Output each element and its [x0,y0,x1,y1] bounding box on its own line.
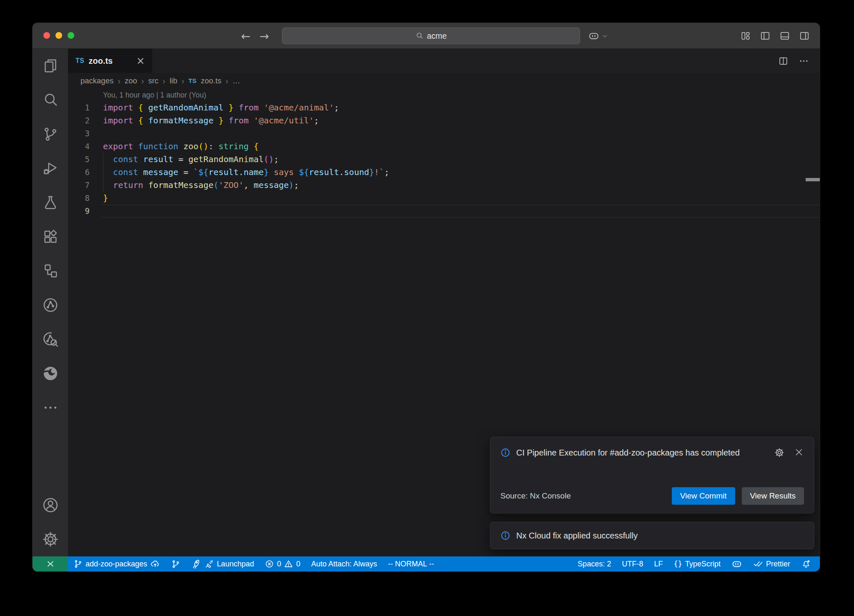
breadcrumb-item-lib[interactable]: lib [170,76,178,85]
commit-graph-status[interactable] [166,556,186,571]
toggle-panel-icon[interactable] [779,30,790,41]
traffic-lights [43,32,74,39]
search-icon [415,32,424,40]
warning-count: 0 [296,560,300,568]
explorer-icon[interactable] [33,49,68,83]
indentation-status[interactable]: Spaces: 2 [572,556,616,571]
notification-message: Nx Cloud fix applied successfully [516,531,638,541]
info-icon [500,446,510,460]
launchpad-status[interactable]: Launchpad [186,556,259,571]
close-window-button[interactable] [43,32,50,39]
branch-name: add-zoo-packages [85,560,147,568]
language-status[interactable]: {} TypeScript [668,556,726,571]
code-line: 9 [68,205,820,218]
search-sidebar-icon[interactable] [33,83,68,117]
tab-zoo-ts[interactable]: TS zoo.ts × [68,49,152,73]
split-editor-icon[interactable] [778,56,789,66]
notification-settings-gear-icon[interactable] [774,447,785,460]
line-number: 8 [68,192,90,205]
source-control-icon[interactable] [33,117,68,151]
zoom-window-button[interactable] [68,32,74,39]
breadcrumb-separator: › [141,76,144,86]
breadcrumb-separator: › [163,76,166,86]
auto-attach-status[interactable]: Auto Attach: Always [306,556,382,571]
code-line: 7 return formatMessage('ZOO', message); [68,179,820,192]
breadcrumb-item-src[interactable]: src [148,76,158,85]
testing-icon[interactable] [33,185,68,220]
project-hierarchy-icon[interactable] [33,254,68,288]
notification-ci-pipeline: CI Pipeline Execution for #add-zoo-packa… [490,437,814,513]
line-number: 7 [68,179,90,192]
breadcrumb-separator: › [226,76,229,86]
run-and-debug-icon[interactable] [33,151,68,185]
vscode-window: ← → acme [33,23,820,571]
line-number: 4 [68,140,90,153]
problems-status[interactable]: 0 0 [259,556,306,571]
encoding-status[interactable]: UTF-8 [616,556,648,571]
nx-console-icon[interactable] [33,288,68,322]
edge-tools-icon[interactable] [33,356,68,391]
line-number: 9 [68,205,90,218]
view-results-button[interactable]: View Results [742,487,804,505]
eol-status[interactable]: LF [648,556,668,571]
close-tab-icon[interactable]: × [136,56,145,66]
breadcrumb: packages › zoo › src › lib › TS zoo.ts ›… [68,73,820,89]
breadcrumb-item-file[interactable]: zoo.ts [201,76,221,85]
remote-indicator[interactable] [33,556,68,571]
notification-nx-cloud-fix: Nx Cloud fix applied successfully [490,522,814,549]
title-bar: ← → acme [33,23,820,49]
toggle-secondary-sidebar-icon[interactable] [799,30,810,41]
notification-close-icon[interactable] [794,447,804,459]
more-actions-icon[interactable] [799,56,809,66]
copilot-menu[interactable] [588,23,608,49]
copilot-status[interactable] [726,556,748,571]
code-line: 3 [68,127,820,140]
accounts-icon[interactable] [33,488,68,522]
git-branch-status[interactable]: add-zoo-packages [68,556,166,571]
toggle-primary-sidebar-icon[interactable] [760,30,771,41]
vim-mode-status[interactable]: -- NORMAL -- [382,556,439,571]
line-number: 6 [68,166,90,179]
settings-gear-icon[interactable] [33,522,68,556]
error-count: 0 [277,560,281,568]
breadcrumb-separator: › [181,76,184,86]
back-arrow-icon[interactable]: ← [241,30,251,43]
notifications-bell[interactable] [796,556,816,571]
more-views-icon[interactable] [33,391,68,425]
code-line: 1import { getRandomAnimal } from '@acme/… [68,101,820,114]
code-line: 4export function zoo(): string { [68,140,820,153]
extensions-icon[interactable] [33,220,68,254]
launchpad-label: Launchpad [217,560,254,568]
info-icon [500,531,510,541]
tab-label: zoo.ts [88,56,113,66]
line-number: 1 [68,101,90,114]
code-line: 6 const message = `${result.name} says $… [68,166,820,179]
formatter-status[interactable]: Prettier [748,556,796,571]
braces-icon: {} [673,560,682,568]
typescript-file-icon: TS [188,78,197,84]
editor-tab-bar: TS zoo.ts × [68,49,820,73]
breadcrumb-separator: › [118,76,121,86]
view-commit-button[interactable]: View Commit [672,487,735,505]
activity-bar [33,49,68,556]
minimize-window-button[interactable] [55,32,62,39]
copilot-icon [588,30,600,42]
gitlens-blame-annotation: You, 1 hour ago | 1 author (You) [68,89,820,101]
code-lines: 1import { getRandomAnimal } from '@acme/… [68,101,820,218]
line-number: 2 [68,114,90,127]
line-number: 5 [68,153,90,166]
nx-cloud-icon[interactable] [33,322,68,356]
customize-layout-icon[interactable] [740,30,751,41]
overview-ruler-mark [806,178,820,181]
breadcrumb-more[interactable]: … [232,76,240,85]
screen: ← → acme [0,0,854,616]
code-line: 8} [68,192,820,205]
breadcrumb-item-zoo[interactable]: zoo [125,76,137,85]
forward-arrow-icon[interactable]: → [260,30,269,43]
code-line: 5 const result = getRandomAnimal(); [68,153,820,166]
search-value: acme [427,31,447,41]
command-center-search[interactable]: acme [282,28,580,44]
notification-source: Source: Nx Console [500,491,571,501]
typescript-file-icon: TS [75,57,84,65]
breadcrumb-item-packages[interactable]: packages [80,76,113,85]
